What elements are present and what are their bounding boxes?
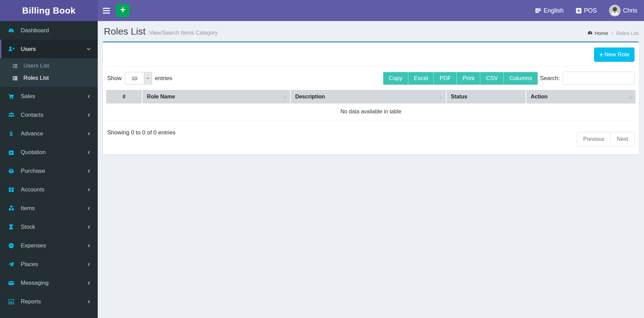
quick-add-button[interactable] (116, 4, 130, 17)
cubes-icon (8, 205, 16, 211)
new-role-button[interactable]: New Role (594, 48, 634, 62)
breadcrumb: Home > Roles List (587, 27, 639, 36)
breadcrumb-current: Roles List (616, 30, 639, 36)
sidebar-item-items[interactable]: Items (0, 199, 98, 218)
copy-button[interactable]: Copy (383, 72, 408, 85)
sidebar-item-expenses[interactable]: Expenses (0, 236, 98, 255)
chevron-left-icon (87, 262, 91, 266)
sidebar-item-label: Sales (21, 93, 35, 100)
columns-button[interactable]: Columns (504, 72, 538, 85)
sidebar: Dashboard Users (0, 21, 98, 318)
chevron-left-icon (87, 244, 91, 248)
bar-chart-icon (8, 299, 16, 305)
navbar-right: A English (535, 5, 637, 16)
chevron-left-icon (87, 150, 91, 154)
table-info: Showing 0 to 0 of 0 entries (107, 127, 175, 136)
show-label: Show (107, 75, 122, 82)
svg-text:A: A (536, 9, 538, 13)
chevron-left-icon (87, 281, 91, 285)
sidebar-item-dashboard[interactable]: Dashboard (0, 21, 98, 40)
sidebar-item-users-list[interactable]: Users List (0, 60, 98, 72)
pdf-button[interactable]: PDF (434, 72, 457, 85)
empty-row: No data available in table (106, 104, 636, 120)
cart-icon (8, 93, 16, 99)
excel-button[interactable]: Excel (408, 72, 434, 85)
column-header-description[interactable]: Description (290, 90, 446, 104)
plus-square-icon (576, 8, 582, 14)
roles-panel: New Role Show 10 10 entries (103, 41, 639, 154)
sidebar-item-warehouse[interactable]: Warehouse (0, 311, 98, 318)
users-submenu: Users List Roles List (0, 58, 98, 87)
envelope-icon (8, 280, 16, 286)
column-label: Action (531, 94, 548, 99)
chevron-left-icon (87, 113, 91, 117)
sidebar-subitem-label: Roles List (23, 75, 49, 81)
sidebar-item-sales[interactable]: Sales (0, 87, 98, 106)
sidebar-item-label: Expenses (21, 242, 46, 249)
print-button[interactable]: Print (457, 72, 480, 85)
sidebar-toggle-button[interactable] (98, 0, 115, 21)
top-navbar: Billing Book A English (0, 0, 644, 21)
list-icon (12, 75, 20, 81)
sidebar-item-purchase[interactable]: Purchase (0, 162, 98, 180)
sidebar-item-roles-list[interactable]: Roles List (0, 72, 98, 84)
chevron-left-icon (87, 188, 91, 192)
chevron-left-icon (87, 169, 91, 173)
avatar (609, 5, 621, 16)
next-page-button[interactable]: Next (611, 132, 634, 146)
sidebar-item-label: Items (21, 205, 35, 212)
search-label: Search: (540, 75, 560, 82)
pagination: Previous Next (577, 132, 634, 146)
breadcrumb-home-link[interactable]: Home (587, 30, 608, 36)
chevron-left-icon (87, 300, 91, 304)
gauge-icon (587, 30, 593, 36)
sidebar-item-label: Warehouse (21, 317, 50, 318)
sidebar-item-quotation[interactable]: Quotation (0, 143, 98, 162)
grid-icon (8, 187, 16, 193)
sidebar-item-messaging[interactable]: Messaging (0, 274, 98, 292)
sidebar-item-label: Users (21, 46, 36, 53)
sidebar-item-accounts[interactable]: Accounts (0, 180, 98, 199)
csv-button[interactable]: CSV (480, 72, 504, 85)
sort-icon (629, 94, 632, 100)
sidebar-item-label: Quotation (21, 149, 46, 156)
user-menu[interactable]: Chris (609, 5, 637, 16)
search-input[interactable] (563, 72, 634, 85)
new-role-label: New Role (604, 51, 629, 58)
sidebar-item-stock[interactable]: Stock (0, 218, 98, 236)
sidebar-item-users[interactable]: Users (0, 40, 98, 58)
plus-icon (599, 51, 603, 58)
language-label: English (544, 7, 564, 14)
empty-message: No data available in table (106, 104, 636, 120)
chevron-left-icon (87, 225, 91, 229)
previous-page-button[interactable]: Previous (577, 132, 611, 146)
paper-plane-icon (8, 261, 16, 267)
chevron-left-icon (87, 206, 91, 210)
sidebar-item-label: Reports (21, 298, 41, 305)
page-length-select[interactable]: 10 10 (125, 72, 152, 85)
pos-button[interactable]: POS (576, 7, 597, 14)
sort-icon (439, 94, 442, 100)
chevron-down-icon (87, 47, 91, 51)
chevron-left-icon (87, 132, 91, 136)
app-logo[interactable]: Billing Book (0, 0, 98, 21)
column-header-role-name[interactable]: Role Name (142, 90, 290, 104)
user-plus-icon (8, 46, 16, 52)
minus-circle-icon (8, 243, 16, 249)
column-header-status[interactable]: Status (446, 90, 526, 104)
roles-table: # Role Name Description Status (106, 90, 636, 120)
export-button-group: Copy Excel PDF Print CSV Columns (383, 72, 538, 85)
list-icon (12, 63, 20, 69)
content-header: Roles List View/Search Items Category Ho… (98, 21, 644, 39)
sidebar-item-reports[interactable]: Reports (0, 292, 98, 311)
table-footer: Showing 0 to 0 of 0 entries Previous Nex… (106, 127, 636, 146)
sidebar-item-contacts[interactable]: Contacts (0, 106, 98, 124)
language-menu[interactable]: A English (535, 7, 564, 14)
main-content: Roles List View/Search Items Category Ho… (98, 21, 644, 318)
entries-label: entries (155, 75, 172, 82)
dollar-icon: $ (8, 131, 16, 137)
pos-label: POS (584, 7, 597, 14)
column-header-action[interactable]: Action (526, 90, 636, 104)
sidebar-item-advance[interactable]: $ Advance (0, 124, 98, 143)
sidebar-item-places[interactable]: Places (0, 255, 98, 274)
